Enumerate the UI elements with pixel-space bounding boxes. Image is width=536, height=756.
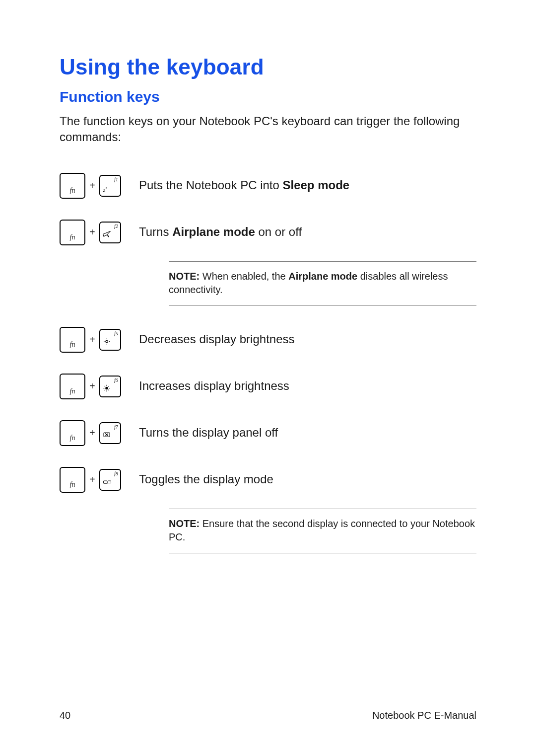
svg-line-12 [104, 389, 105, 390]
f2-key: f2 [99, 222, 121, 243]
f7-key: f7 [99, 422, 121, 444]
note-label: NOTE: [169, 518, 200, 529]
page-heading: Using the keyboard [60, 55, 476, 79]
fn-key: fn [60, 420, 85, 446]
display-off-icon [102, 430, 114, 442]
f1-key: f1 zz [99, 175, 121, 197]
key-combo: fn + f8 / [60, 467, 139, 493]
f5-key: f5 [99, 329, 121, 351]
desc-bold: Sleep mode [283, 178, 350, 192]
key-combo: fn + f6 [60, 374, 139, 399]
fn-key: fn [60, 327, 85, 353]
f7-description: Turns the display panel off [139, 426, 278, 440]
f-number-label: f1 [114, 177, 118, 182]
plus-sign: + [89, 180, 95, 191]
svg-line-13 [108, 389, 109, 390]
f5-description: Decreases display brightness [139, 332, 295, 347]
key-combo: fn + f7 [60, 420, 139, 446]
fn-key: fn [60, 173, 85, 199]
intro-text: The function keys on your Notebook PC's … [60, 113, 476, 146]
svg-rect-17 [103, 481, 107, 483]
fn-f5-row: fn + f5 Decreases display brightness [60, 327, 476, 353]
page-number: 40 [60, 710, 70, 721]
f-number-label: f2 [114, 224, 118, 229]
note-body: When enabled, the [200, 271, 288, 282]
key-combo: fn + f2 [60, 220, 139, 245]
display-toggle-icon: / [102, 476, 114, 488]
f6-key: f6 [99, 376, 121, 397]
desc-text: Puts the Notebook PC into [139, 178, 283, 192]
svg-rect-19 [108, 481, 111, 483]
airplane-icon [102, 229, 114, 241]
f-number-label: f8 [114, 471, 118, 476]
f8-key: f8 / [99, 469, 121, 491]
plus-sign: + [89, 380, 95, 392]
display-note: NOTE: Ensure that the second display is … [169, 509, 476, 553]
plus-sign: + [89, 427, 95, 439]
f8-description: Toggles the display mode [139, 472, 273, 487]
svg-line-11 [108, 386, 109, 387]
plus-sign: + [89, 474, 95, 485]
f-number-label: f5 [114, 331, 118, 336]
brightness-down-icon [102, 336, 114, 348]
fn-f1-row: fn + f1 zz Puts the Notebook PC into Sle… [60, 173, 476, 199]
plus-sign: + [89, 227, 95, 238]
fn-f2-row: fn + f2 Turns Airplane mode on or off [60, 220, 476, 245]
note-label: NOTE: [169, 271, 200, 282]
airplane-note: NOTE: When enabled, the Airplane mode di… [169, 261, 476, 306]
plus-sign: + [89, 334, 95, 345]
fn-f6-row: fn + f6 Increases display brightness [60, 374, 476, 399]
brightness-up-icon [102, 383, 114, 395]
manual-page: Using the keyboard Function keys The fun… [0, 0, 536, 756]
fn-key: fn [60, 220, 85, 245]
note-text: NOTE: Ensure that the second display is … [169, 509, 476, 553]
note-body: Ensure that the second display is connec… [169, 518, 475, 542]
f-number-label: f7 [114, 424, 118, 430]
sleep-icon: zz [102, 182, 115, 194]
fn-f7-row: fn + f7 Turns the display panel off [60, 420, 476, 446]
fn-key: fn [60, 374, 85, 399]
page-footer: 40 Notebook PC E-Manual [60, 710, 476, 721]
section-heading: Function keys [60, 88, 476, 105]
svg-point-0 [105, 340, 108, 343]
f2-description: Turns Airplane mode on or off [139, 225, 302, 239]
fn-key: fn [60, 467, 85, 493]
f1-description: Puts the Notebook PC into Sleep mode [139, 178, 349, 193]
key-combo: fn + f5 [60, 327, 139, 353]
key-combo: fn + f1 zz [60, 173, 139, 199]
desc-text: Turns [139, 225, 172, 238]
svg-point-5 [105, 387, 108, 389]
note-text: NOTE: When enabled, the Airplane mode di… [169, 262, 476, 305]
f6-description: Increases display brightness [139, 379, 289, 393]
desc-text: on or off [255, 225, 302, 238]
fn-f8-row: fn + f8 / Toggles the display mode [60, 467, 476, 493]
note-bold: Airplane mode [288, 271, 357, 282]
svg-line-10 [104, 386, 105, 387]
manual-title: Notebook PC E-Manual [372, 710, 476, 721]
f-number-label: f6 [114, 378, 118, 383]
desc-bold: Airplane mode [172, 225, 255, 238]
